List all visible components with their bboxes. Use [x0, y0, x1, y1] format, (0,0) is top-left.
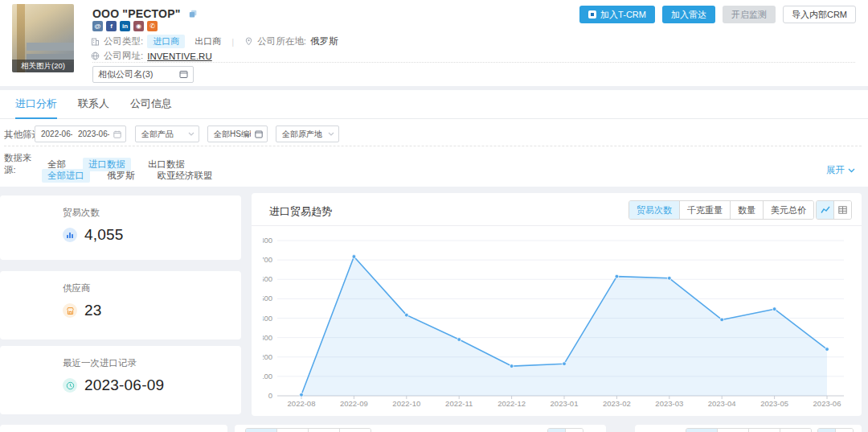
- y-axis-tick-label: 500: [263, 294, 272, 302]
- date-range-picker[interactable]: 2022-06-27 2023-06-26: [35, 125, 126, 142]
- data-point[interactable]: [720, 318, 724, 322]
- related-images-label[interactable]: 相关图片(20): [12, 60, 74, 72]
- linkedin-icon[interactable]: in: [120, 21, 130, 31]
- panel-icon: [179, 70, 188, 79]
- data-point[interactable]: [510, 364, 514, 368]
- metric-segment[interactable]: [246, 429, 276, 432]
- product-filter-select[interactable]: 全部产品: [135, 125, 199, 142]
- metric-segment[interactable]: [339, 429, 371, 432]
- table-view-toggle[interactable]: [835, 429, 853, 432]
- x-axis-tick-label: 2022-08: [288, 399, 316, 408]
- x-axis-tick-label: 2023-06: [813, 399, 841, 408]
- similar-company-label: 相似公司名(3): [98, 68, 153, 80]
- facebook-icon[interactable]: f: [106, 21, 117, 31]
- table-view-toggle[interactable]: [565, 429, 583, 432]
- bottom-right-view-toggle: [817, 428, 854, 432]
- x-axis-tick-label: 2023-01: [551, 399, 579, 408]
- line-view-toggle[interactable]: [817, 201, 833, 219]
- metric-quantity[interactable]: 数量: [730, 201, 763, 219]
- start-monitor-button-label: 开启监测: [731, 9, 767, 21]
- data-point[interactable]: [457, 338, 461, 342]
- stat-trade-count-label: 贸易次数: [63, 207, 241, 219]
- metric-segment[interactable]: [276, 429, 308, 432]
- data-point[interactable]: [352, 255, 356, 259]
- expand-label: 展开: [826, 164, 845, 176]
- expand-button[interactable]: 展开: [826, 164, 855, 176]
- y-axis-tick-label: 800: [263, 236, 272, 245]
- metric-kg-weight[interactable]: 千克重量: [679, 201, 730, 219]
- tab-contacts[interactable]: 联系人: [78, 90, 109, 119]
- metric-segment[interactable]: [780, 429, 811, 432]
- stat-suppliers-label: 供应商: [63, 282, 241, 294]
- metric-segment[interactable]: [748, 429, 780, 432]
- x-axis-tick-label: 2022-12: [497, 399, 526, 408]
- data-point[interactable]: [825, 348, 829, 352]
- chart-title: 进口贸易趋势: [269, 204, 332, 219]
- company-type-row: 公司类型: 进口商 出口商 | 公司所在地: 俄罗斯: [91, 35, 338, 48]
- x-axis-tick-label: 2023-02: [603, 399, 631, 408]
- data-point[interactable]: [563, 362, 567, 366]
- phone-icon[interactable]: ✆: [147, 21, 158, 31]
- bar-chart-icon: [63, 228, 77, 242]
- metric-usd-total[interactable]: 美元总价: [763, 201, 813, 219]
- metric-segment[interactable]: [717, 429, 748, 432]
- data-point[interactable]: [404, 313, 408, 317]
- filter-row: 其他筛选: 2022-06-27 2023-06-26 全部产品 全部HS编码 …: [0, 125, 868, 143]
- type-tag-importer[interactable]: 进口商: [147, 35, 185, 48]
- bottom-card-left: [0, 425, 227, 432]
- photo-decoration: [27, 43, 74, 51]
- website-icon[interactable]: @: [92, 21, 103, 31]
- date-start[interactable]: 2022-06-27: [35, 130, 72, 138]
- line-view-toggle[interactable]: [548, 429, 565, 432]
- company-photo[interactable]: 相关图片(20): [12, 4, 74, 72]
- join-radar-button[interactable]: 加入雷达: [662, 6, 715, 23]
- t-crm-icon: [588, 10, 596, 19]
- stat-last-import-label: 最近一次进口记录: [63, 357, 241, 369]
- bottom-card-middle: [235, 425, 606, 432]
- hs-code-filter[interactable]: 全部HS编码: [207, 125, 268, 142]
- tab-company-info[interactable]: 公司信息: [130, 90, 172, 119]
- data-point[interactable]: [615, 274, 619, 278]
- website-link[interactable]: INVENTIVE.RU: [147, 51, 212, 61]
- start-monitor-button[interactable]: 开启监测: [723, 6, 776, 23]
- scope-russia[interactable]: 俄罗斯: [101, 169, 141, 183]
- y-axis-tick-label: 300: [263, 333, 272, 342]
- tab-import-analysis[interactable]: 进口分析: [15, 90, 57, 119]
- origin-filter-select[interactable]: 全部原产地: [276, 125, 339, 142]
- copy-icon[interactable]: [189, 7, 198, 22]
- data-point[interactable]: [300, 393, 304, 397]
- metric-button-group: 贸易次数千克重量数量美元总价: [628, 200, 814, 220]
- company-name-row: OOO "PECTOP": [92, 6, 198, 22]
- data-scope-row: 全部进口俄罗斯欧亚经济联盟: [4, 169, 230, 183]
- metric-segment[interactable]: [308, 429, 339, 432]
- divider: [252, 225, 862, 226]
- bottom-middle-view-toggle: [547, 428, 583, 432]
- join-t-crm-button[interactable]: 加入T-CRM: [579, 6, 655, 23]
- x-axis-tick-label: 2022-11: [445, 399, 473, 408]
- scope-all-import[interactable]: 全部进口: [42, 169, 90, 183]
- header-actions: 加入T-CRM加入雷达开启监测导入内部CRM: [579, 6, 856, 23]
- bottom-card-right: [635, 425, 862, 432]
- date-end[interactable]: 2023-06-26: [72, 130, 109, 138]
- table-view-toggle[interactable]: [833, 201, 851, 219]
- metric-segment[interactable]: [686, 429, 717, 432]
- panel-icon: [255, 130, 263, 138]
- bottom-middle-metric-group: [245, 428, 371, 432]
- data-point[interactable]: [667, 276, 671, 280]
- stat-suppliers: 供应商23: [0, 271, 241, 339]
- line-view-toggle[interactable]: [818, 429, 835, 432]
- data-point[interactable]: [772, 307, 776, 311]
- stat-suppliers-value: 23: [84, 302, 102, 319]
- instagram-icon[interactable]: ◉: [133, 21, 144, 31]
- import-trend-card: 进口贸易趋势 贸易次数千克重量数量美元总价 010020030040050060…: [252, 193, 862, 416]
- metric-trade-count[interactable]: 贸易次数: [629, 201, 679, 219]
- similar-company-select[interactable]: 相似公司名(3): [92, 66, 194, 83]
- globe-icon: [91, 51, 100, 60]
- type-tag-exporter[interactable]: 出口商: [194, 35, 221, 47]
- x-axis-tick-label: 2023-04: [708, 399, 736, 408]
- join-t-crm-button-label: 加入T-CRM: [600, 9, 646, 21]
- scope-eaeu[interactable]: 欧亚经济联盟: [152, 169, 219, 183]
- clock-icon: [63, 378, 77, 393]
- origin-filter-value: 全部原产地: [276, 129, 324, 140]
- import-crm-button[interactable]: 导入内部CRM: [783, 6, 856, 23]
